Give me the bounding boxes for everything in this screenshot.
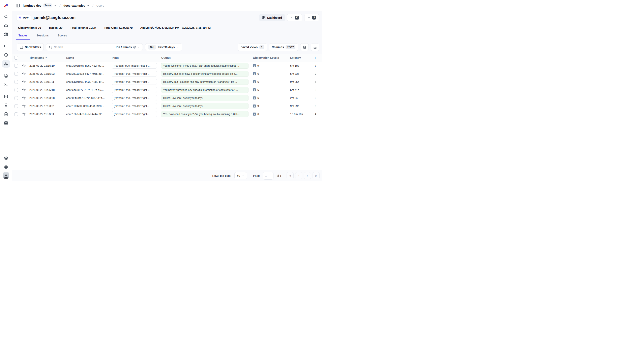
- column-header-name[interactable]: Name: [64, 56, 110, 60]
- sidebar-item-home[interactable]: [2, 22, 10, 29]
- trace-output-cell[interactable]: You haven't provided any specific inform…: [161, 87, 248, 93]
- trace-name[interactable]: chat:513e84e9-9039-42d0-bf…: [64, 80, 110, 83]
- sidebar-item-sessions[interactable]: [2, 51, 10, 59]
- trace-output-cell[interactable]: Yes, how can I assist you? Are you havin…: [161, 111, 248, 117]
- trace-input-cell[interactable]: {"stream": true, "model": "gpt-…: [112, 111, 157, 117]
- sidebar: [0, 0, 12, 181]
- sidebar-item-tracing[interactable]: [2, 42, 10, 50]
- table-row[interactable]: 2025-08-22 13:15:19 chat:330bd4e7-d869-4…: [12, 62, 322, 70]
- show-filters-button[interactable]: Show filters: [17, 43, 44, 51]
- favorite-star-icon[interactable]: [22, 112, 26, 116]
- dashboard-button[interactable]: Dashboard: [259, 14, 285, 21]
- favorite-star-icon[interactable]: [22, 64, 26, 68]
- search-scope-dropdown[interactable]: IDs / Names: [116, 46, 140, 49]
- column-header-timestamp[interactable]: Timestamp ▼: [28, 56, 64, 60]
- export-button[interactable]: [311, 43, 319, 51]
- row-checkbox[interactable]: [14, 112, 18, 116]
- row-checkbox[interactable]: [14, 72, 18, 76]
- trace-name[interactable]: chat:1cb67476-b5ce-4c4a-92…: [64, 112, 110, 116]
- trace-input-cell[interactable]: {"stream": true, "model": "gpt-…: [112, 87, 157, 93]
- row-height-button[interactable]: [300, 43, 309, 51]
- column-header-input[interactable]: Input: [110, 56, 159, 60]
- row-checkbox[interactable]: [14, 96, 18, 100]
- column-header-truncated[interactable]: T: [312, 56, 322, 60]
- sidebar-item-playground[interactable]: [2, 81, 10, 88]
- row-checkbox[interactable]: [14, 88, 18, 92]
- rows-per-page-select[interactable]: 50: [234, 172, 247, 180]
- row-checkbox[interactable]: [14, 80, 18, 84]
- sidebar-item-users[interactable]: [2, 60, 10, 68]
- previous-user-button[interactable]: K: [287, 14, 302, 21]
- search-input[interactable]: [54, 46, 114, 49]
- favorite-star-icon[interactable]: [22, 104, 26, 108]
- next-user-button[interactable]: J: [304, 14, 319, 21]
- show-filters-label: Show filters: [25, 46, 41, 49]
- saved-views-button[interactable]: Saved Views 1: [238, 43, 267, 51]
- first-page-button[interactable]: «: [286, 172, 294, 179]
- column-header-latency[interactable]: Latency: [288, 56, 312, 60]
- select-all-checkbox[interactable]: [14, 56, 18, 60]
- next-page-button[interactable]: ›: [304, 172, 311, 179]
- trace-name[interactable]: chat:330bd4e7-d869-4b2f-80…: [64, 64, 110, 67]
- sidebar-item-datasets[interactable]: [2, 119, 10, 127]
- sidebar-item-annotation[interactable]: [2, 110, 10, 118]
- trace-name[interactable]: chat:116fbfdc-0fd3-41af-99c8…: [64, 104, 110, 108]
- trace-output-cell[interactable]: You’re welcome! If you’d like, I can sha…: [161, 63, 248, 69]
- trace-output-cell[interactable]: I'm sorry, but as of now, I couldn't fin…: [161, 71, 248, 77]
- sidebar-item-settings[interactable]: [2, 154, 10, 162]
- trace-input-cell[interactable]: {"stream":true,"model":"gpt-5",…: [112, 63, 157, 69]
- trace-output-cell[interactable]: Hello! How can I assist you today?: [161, 103, 248, 109]
- sidebar-item-llm-judge[interactable]: [2, 102, 10, 109]
- sidebar-item-evaluations[interactable]: [2, 92, 10, 100]
- columns-button[interactable]: Columns 25/37: [269, 43, 298, 51]
- sidebar-toggle-icon[interactable]: [16, 4, 20, 8]
- favorite-star-icon[interactable]: [22, 80, 26, 84]
- favorite-star-icon[interactable]: [22, 72, 26, 76]
- trace-input-cell[interactable]: {"stream": true, "model": "gpt-…: [112, 79, 157, 85]
- sidebar-item-search[interactable]: [2, 13, 10, 20]
- trace-truncated-value: 6: [312, 104, 322, 108]
- favorite-star-icon[interactable]: [22, 96, 26, 100]
- search-icon: [49, 46, 52, 49]
- row-checkbox[interactable]: [14, 64, 18, 68]
- tab-sessions[interactable]: Sessions: [34, 34, 51, 40]
- page-number-input[interactable]: [263, 172, 274, 180]
- trace-name[interactable]: chat:3611931b-bc77-49c5-a8…: [64, 72, 110, 75]
- favorite-star-icon[interactable]: [22, 88, 26, 92]
- chevron-up-icon: [290, 16, 293, 19]
- observation-level-count: 6: [257, 112, 259, 116]
- stat-observations: Observations: 70: [18, 26, 41, 30]
- sidebar-item-prompts[interactable]: [2, 72, 10, 80]
- breadcrumb-project[interactable]: langfuse-dev: [23, 4, 42, 7]
- row-checkbox[interactable]: [14, 104, 18, 108]
- trace-output-cell[interactable]: Hello! How can I assist you today?: [161, 95, 248, 101]
- user-avatar[interactable]: [3, 172, 9, 178]
- previous-page-button[interactable]: ‹: [295, 172, 302, 179]
- last-page-button[interactable]: »: [312, 172, 320, 179]
- date-range-button[interactable]: 90d Past 90 days: [145, 43, 182, 51]
- column-header-observation-levels[interactable]: Observation Levels: [251, 56, 288, 60]
- breadcrumb-section[interactable]: docs-examples: [64, 4, 85, 7]
- table-row[interactable]: 2025-08-22 13:03:08 chat:02f63f47-87b2-4…: [12, 94, 322, 102]
- trace-input-cell[interactable]: {"stream": true, "model": "gpt-…: [112, 95, 157, 101]
- tab-scores[interactable]: Scores: [55, 34, 70, 40]
- trace-name[interactable]: chat:ec685f77-7374-427c-a6…: [64, 88, 110, 92]
- search-scope-label: IDs / Names: [116, 46, 132, 49]
- table-row[interactable]: 2025-08-22 11:53:11 chat:1cb67476-b5ce-4…: [12, 110, 322, 118]
- trace-input-cell[interactable]: {"stream": true, "model": "gpt-…: [112, 71, 157, 77]
- gear-icon: [4, 156, 8, 160]
- table-row[interactable]: 2025-08-22 12:53:31 chat:116fbfdc-0fd3-4…: [12, 102, 322, 110]
- trace-latency: 5m 41s: [288, 88, 312, 92]
- table-row[interactable]: 2025-08-22 13:05:18 chat:ec685f77-7374-4…: [12, 86, 322, 94]
- sidebar-item-dashboards[interactable]: [2, 30, 10, 38]
- sidebar-item-support[interactable]: [2, 163, 10, 171]
- chevron-down-icon[interactable]: [54, 4, 56, 7]
- table-row[interactable]: 2025-08-22 13:15:03 chat:3611931b-bc77-4…: [12, 70, 322, 78]
- table-row[interactable]: 2025-08-22 13:11:11 chat:513e84e9-9039-4…: [12, 78, 322, 86]
- column-header-output[interactable]: Output: [159, 56, 251, 60]
- chevron-down-icon[interactable]: [87, 4, 90, 7]
- trace-input-cell[interactable]: {"stream": true, "model": "gpt-…: [112, 103, 157, 109]
- tab-traces[interactable]: Traces: [16, 34, 30, 40]
- trace-output-cell[interactable]: I'm sorry, but I couldn't find any infor…: [161, 79, 248, 85]
- trace-name[interactable]: chat:02f63f47-87b2-4377-a1ff…: [64, 96, 110, 100]
